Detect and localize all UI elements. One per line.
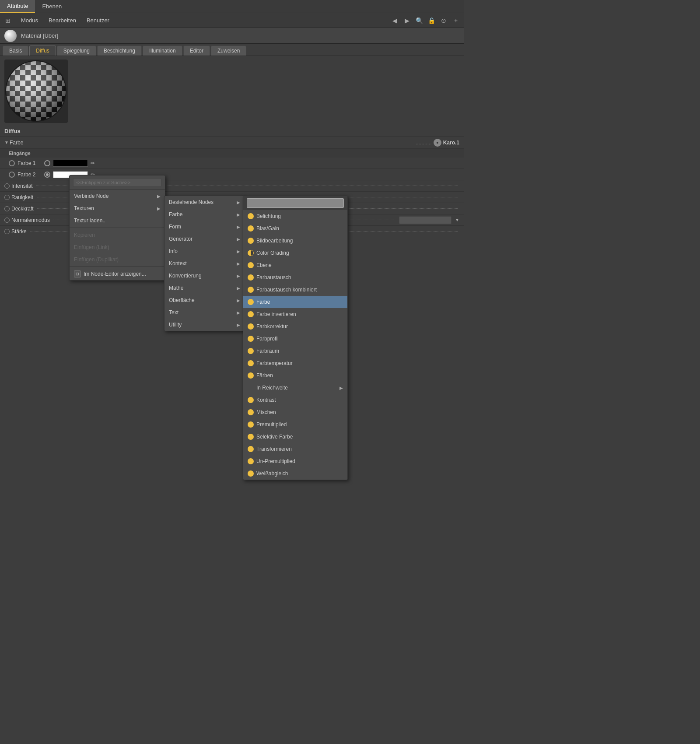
farbe2-radio[interactable] [9, 172, 15, 178]
farbe-item-farbe[interactable]: Farbe [243, 296, 347, 308]
menu-item-kontext[interactable]: Kontext ▶ [164, 257, 245, 270]
farbe2-inner-radio[interactable] [44, 172, 50, 178]
eingaenge-label: Eingänge [0, 149, 464, 158]
menu-item-verbinde-node[interactable]: Verbinde Node ▶ [70, 190, 165, 202]
tab-illumination[interactable]: Illumination [143, 46, 182, 56]
node-editor-icon: ⊡ [74, 270, 81, 277]
yellow-dot-icon [248, 446, 254, 452]
menu-search-area [70, 175, 165, 190]
yellow-dot-icon [248, 287, 254, 293]
intensitat-radio[interactable] [4, 183, 10, 189]
yellow-dot-icon [248, 299, 254, 305]
farbe1-radio[interactable] [9, 160, 15, 166]
farbe-item-bildbearbeitung[interactable]: Bildbearbeitung [243, 235, 347, 247]
search-icon[interactable]: 🔍 [415, 16, 424, 25]
farbe-item-in-reichweite[interactable]: In Reichweite ▶ [243, 382, 347, 394]
yellow-dot-icon [248, 262, 254, 268]
arrow-icon: ▶ [237, 274, 240, 278]
intensitat-label: Intensität [11, 183, 33, 189]
farbe-item-weissabgleich[interactable]: Weißabgleich [243, 467, 347, 480]
tab-beschichtung[interactable]: Beschichtung [97, 46, 142, 56]
menu-bearbeiten[interactable]: Bearbeiten [47, 16, 78, 25]
menu-item-konvertierung[interactable]: Konvertierung ▶ [164, 270, 245, 282]
menu-benutzer[interactable]: Benutzer [85, 16, 111, 25]
menu-item-bestehende-nodes[interactable]: Bestehende Nodes ▶ [164, 196, 245, 208]
collapse-triangle[interactable]: ▼ [4, 140, 10, 145]
yellow-dot-icon [248, 360, 254, 366]
farbe-item-belichtung[interactable]: Belichtung [243, 210, 347, 222]
menu-item-textur-laden[interactable]: Textur laden.. [70, 214, 165, 227]
arrow-icon: ▶ [237, 286, 240, 291]
menu-search-input[interactable] [73, 178, 161, 187]
arrow-icon: ▶ [237, 310, 240, 315]
farbe-item-faerben[interactable]: Färben [243, 369, 347, 382]
farbe-item-un-premultiplied[interactable]: Un-Premultiplied [243, 455, 347, 467]
forward-icon[interactable]: ▶ [402, 16, 411, 25]
farbe1-edit-icon[interactable]: ✏ [91, 160, 95, 166]
farbe-item-farbtemperatur[interactable]: Farbtemperatur [243, 357, 347, 369]
farbe-item-kontrast[interactable]: Kontrast [243, 394, 347, 406]
tab-attribute[interactable]: Attribute [0, 0, 35, 13]
arrow-icon: ▶ [237, 200, 240, 205]
back-icon[interactable]: ◀ [390, 16, 399, 25]
farbe-item-farbraum[interactable]: Farbraum [243, 345, 347, 357]
add-icon[interactable]: + [452, 16, 460, 25]
deckkraft-radio[interactable] [4, 206, 10, 211]
menu-item-mathe[interactable]: Mathe ▶ [164, 282, 245, 294]
yellow-dot-icon [248, 421, 254, 428]
rauigkeit-radio[interactable] [4, 195, 10, 200]
farbe1-color-swatch[interactable] [53, 160, 88, 167]
farbe-item-farbaustausch[interactable]: Farbaustausch [243, 271, 347, 284]
farbe-dots: ........... [416, 140, 432, 146]
tab-spiegelung[interactable]: Spiegelung [57, 46, 96, 56]
menu-item-node-editor[interactable]: ⊡ Im Node-Editor anzeigen... [70, 268, 165, 280]
yellow-dot-icon [248, 434, 254, 440]
arrow-icon: ▶ [237, 237, 240, 242]
yellow-dot-icon [248, 323, 254, 330]
tab-zuweisen[interactable]: Zuweisen [211, 46, 246, 56]
material-title: Material [Über] [21, 32, 58, 39]
context-menu-1: Verbinde Node ▶ Texturen ▶ Textur laden.… [69, 175, 165, 281]
preview-area [0, 56, 464, 126]
farbe-item-biasgain[interactable]: Bias/Gain [243, 222, 347, 235]
starke-radio[interactable] [4, 229, 10, 234]
farbe-search-display[interactable] [247, 198, 344, 208]
tab-ebenen[interactable]: Ebenen [35, 0, 69, 13]
farbe-search-bar [243, 196, 347, 210]
yellow-dot-icon [248, 238, 254, 244]
tab-editor[interactable]: Editor [183, 46, 210, 56]
farbe-item-farbkorrektur[interactable]: Farbkorrektur [243, 320, 347, 333]
menu-item-info[interactable]: Info ▶ [164, 245, 245, 257]
farbe-item-farbaustausch-kombiniert[interactable]: Farbaustausch kombiniert [243, 284, 347, 296]
menu-modus[interactable]: Modus [19, 16, 40, 25]
sub-tab-bar: Basis Diffus Spiegelung Beschichtung Ill… [0, 44, 464, 56]
arrow-icon: ▶ [237, 249, 240, 254]
target-icon[interactable]: ⊙ [439, 16, 448, 25]
farbe-item-transformieren[interactable]: Transformieren [243, 443, 347, 455]
farbe-shader-btn[interactable]: ● [434, 139, 441, 147]
farbe1-inner-radio[interactable] [44, 160, 50, 166]
context-menu-3: Belichtung Bias/Gain Bildbearbeitung Col… [243, 196, 348, 480]
farbe-item-ebene[interactable]: Ebene [243, 259, 347, 271]
tab-basis[interactable]: Basis [3, 46, 28, 56]
yellow-dot-icon [248, 397, 254, 403]
menu-item-form[interactable]: Form ▶ [164, 221, 245, 233]
tab-diffus[interactable]: Diffus [29, 46, 56, 56]
farbe-item-farbe-invertieren[interactable]: Farbe invertieren [243, 308, 347, 320]
lock-icon[interactable]: 🔒 [427, 16, 436, 25]
farbe-item-selektive-farbe[interactable]: Selektive Farbe [243, 431, 347, 443]
menu-item-texturen[interactable]: Texturen ▶ [70, 202, 165, 214]
yellow-dot-icon [248, 348, 254, 354]
menu-item-utility[interactable]: Utility ▶ [164, 319, 245, 331]
farbe-item-premultiplied[interactable]: Premultiplied [243, 418, 347, 431]
normalenmodus-radio[interactable] [4, 218, 10, 223]
farbe-item-color-grading[interactable]: Color Grading [243, 247, 347, 259]
grid-icon[interactable]: ⊞ [4, 16, 12, 25]
farbe1-label: Farbe 1 [18, 160, 42, 166]
farbe-item-farbprofil[interactable]: Farbprofil [243, 333, 347, 345]
menu-item-oberflaeche[interactable]: Oberfläche ▶ [164, 294, 245, 306]
menu-item-text[interactable]: Text ▶ [164, 306, 245, 319]
menu-item-farbe[interactable]: Farbe ▶ [164, 208, 245, 221]
menu-item-generator[interactable]: Generator ▶ [164, 233, 245, 245]
farbe-item-mischen[interactable]: Mischen [243, 406, 347, 418]
